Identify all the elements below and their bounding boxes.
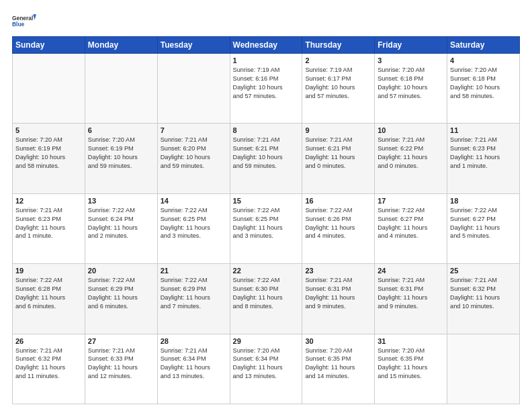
day-number: 3 [378,56,444,64]
day-info: Sunrise: 7:21 AMSunset: 6:32 PMDaylight:… [15,347,82,381]
day-number: 19 [15,267,82,275]
calendar-header-sunday: Sunday [13,37,85,54]
day-info: Sunrise: 7:22 AMSunset: 6:27 PMDaylight:… [378,206,444,241]
calendar-day-cell: 25Sunrise: 7:21 AMSunset: 6:32 PMDayligh… [447,264,520,334]
day-number: 9 [305,126,371,134]
day-number: 5 [15,126,82,134]
calendar-day-cell: 16Sunrise: 7:22 AMSunset: 6:26 PMDayligh… [302,193,375,263]
day-info: Sunrise: 7:20 AMSunset: 6:18 PMDaylight:… [450,66,517,101]
calendar-day-cell: 15Sunrise: 7:22 AMSunset: 6:25 PMDayligh… [230,193,302,263]
day-number: 11 [450,126,517,134]
calendar-day-cell: 3Sunrise: 7:20 AMSunset: 6:18 PMDaylight… [375,54,447,124]
calendar-header-thursday: Thursday [302,37,375,54]
day-info: Sunrise: 7:21 AMSunset: 6:20 PMDaylight:… [161,136,227,171]
day-info: Sunrise: 7:20 AMSunset: 6:35 PMDaylight:… [305,347,371,381]
day-number: 28 [161,337,227,345]
logo-svg: General Blue [12,9,36,34]
day-info: Sunrise: 7:22 AMSunset: 6:29 PMDaylight:… [88,276,154,311]
day-number: 22 [233,267,300,275]
svg-text:General: General [12,15,33,21]
calendar-day-cell: 22Sunrise: 7:22 AMSunset: 6:30 PMDayligh… [230,264,302,334]
calendar-day-cell [13,54,85,124]
day-info: Sunrise: 7:20 AMSunset: 6:19 PMDaylight:… [15,136,82,171]
calendar-day-cell: 9Sunrise: 7:21 AMSunset: 6:21 PMDaylight… [302,124,375,193]
day-number: 17 [378,197,444,205]
day-number: 20 [88,267,154,275]
day-number: 29 [233,337,300,345]
day-number: 24 [378,267,444,275]
day-number: 30 [305,337,371,345]
calendar-header-tuesday: Tuesday [157,37,230,54]
day-number: 27 [88,337,154,345]
day-info: Sunrise: 7:20 AMSunset: 6:35 PMDaylight:… [378,347,444,381]
calendar-day-cell: 29Sunrise: 7:20 AMSunset: 6:34 PMDayligh… [230,334,302,404]
day-number: 10 [378,126,444,134]
calendar-week-row: 12Sunrise: 7:21 AMSunset: 6:23 PMDayligh… [13,193,520,263]
day-info: Sunrise: 7:21 AMSunset: 6:32 PMDaylight:… [450,276,517,311]
logo: General Blue [12,9,36,34]
svg-marker-2 [33,14,36,19]
calendar-header-row: SundayMondayTuesdayWednesdayThursdayFrid… [13,37,520,54]
calendar-day-cell: 26Sunrise: 7:21 AMSunset: 6:32 PMDayligh… [13,334,85,404]
day-number: 12 [15,197,82,205]
calendar-week-row: 5Sunrise: 7:20 AMSunset: 6:19 PMDaylight… [13,124,520,193]
day-number: 23 [305,267,371,275]
day-info: Sunrise: 7:21 AMSunset: 6:34 PMDaylight:… [161,347,227,381]
header: General Blue [12,9,520,34]
day-info: Sunrise: 7:20 AMSunset: 6:18 PMDaylight:… [378,66,444,101]
calendar-day-cell [447,334,520,404]
calendar-day-cell: 13Sunrise: 7:22 AMSunset: 6:24 PMDayligh… [85,193,157,263]
day-info: Sunrise: 7:22 AMSunset: 6:24 PMDaylight:… [88,206,154,241]
calendar-day-cell: 14Sunrise: 7:22 AMSunset: 6:25 PMDayligh… [157,193,230,263]
calendar-day-cell: 30Sunrise: 7:20 AMSunset: 6:35 PMDayligh… [302,334,375,404]
calendar-week-row: 1Sunrise: 7:19 AMSunset: 6:16 PMDaylight… [13,54,520,124]
day-info: Sunrise: 7:21 AMSunset: 6:21 PMDaylight:… [305,136,371,171]
calendar-day-cell: 19Sunrise: 7:22 AMSunset: 6:28 PMDayligh… [13,264,85,334]
calendar-day-cell [85,54,157,124]
day-info: Sunrise: 7:21 AMSunset: 6:23 PMDaylight:… [15,206,82,241]
calendar-header-saturday: Saturday [447,37,520,54]
calendar-week-row: 19Sunrise: 7:22 AMSunset: 6:28 PMDayligh… [13,264,520,334]
calendar-day-cell: 28Sunrise: 7:21 AMSunset: 6:34 PMDayligh… [157,334,230,404]
calendar-day-cell: 17Sunrise: 7:22 AMSunset: 6:27 PMDayligh… [375,193,447,263]
day-info: Sunrise: 7:22 AMSunset: 6:27 PMDaylight:… [450,206,517,241]
day-number: 14 [161,197,227,205]
calendar-day-cell: 8Sunrise: 7:21 AMSunset: 6:21 PMDaylight… [230,124,302,193]
day-info: Sunrise: 7:19 AMSunset: 6:16 PMDaylight:… [233,66,300,101]
day-info: Sunrise: 7:20 AMSunset: 6:34 PMDaylight:… [233,347,300,381]
day-info: Sunrise: 7:22 AMSunset: 6:25 PMDaylight:… [233,206,300,241]
calendar-day-cell: 27Sunrise: 7:21 AMSunset: 6:33 PMDayligh… [85,334,157,404]
day-info: Sunrise: 7:21 AMSunset: 6:22 PMDaylight:… [378,136,444,171]
svg-text:Blue: Blue [12,21,25,28]
calendar-day-cell: 12Sunrise: 7:21 AMSunset: 6:23 PMDayligh… [13,193,85,263]
calendar-day-cell: 11Sunrise: 7:21 AMSunset: 6:23 PMDayligh… [447,124,520,193]
day-info: Sunrise: 7:21 AMSunset: 6:21 PMDaylight:… [233,136,300,171]
day-info: Sunrise: 7:22 AMSunset: 6:29 PMDaylight:… [161,276,227,311]
day-number: 7 [161,126,227,134]
calendar-day-cell: 23Sunrise: 7:21 AMSunset: 6:31 PMDayligh… [302,264,375,334]
calendar-day-cell: 7Sunrise: 7:21 AMSunset: 6:20 PMDaylight… [157,124,230,193]
day-number: 4 [450,56,517,64]
calendar-week-row: 26Sunrise: 7:21 AMSunset: 6:32 PMDayligh… [13,334,520,404]
day-info: Sunrise: 7:19 AMSunset: 6:17 PMDaylight:… [305,66,371,101]
calendar-day-cell: 4Sunrise: 7:20 AMSunset: 6:18 PMDaylight… [447,54,520,124]
day-info: Sunrise: 7:21 AMSunset: 6:33 PMDaylight:… [88,347,154,381]
day-info: Sunrise: 7:22 AMSunset: 6:28 PMDaylight:… [15,276,82,311]
day-number: 31 [378,337,444,345]
day-number: 15 [233,197,300,205]
day-info: Sunrise: 7:20 AMSunset: 6:19 PMDaylight:… [88,136,154,171]
day-number: 2 [305,56,371,64]
day-number: 16 [305,197,371,205]
day-number: 13 [88,197,154,205]
day-number: 25 [450,267,517,275]
day-info: Sunrise: 7:21 AMSunset: 6:23 PMDaylight:… [450,136,517,171]
day-number: 6 [88,126,154,134]
calendar-day-cell: 6Sunrise: 7:20 AMSunset: 6:19 PMDaylight… [85,124,157,193]
day-number: 8 [233,126,300,134]
calendar-day-cell: 31Sunrise: 7:20 AMSunset: 6:35 PMDayligh… [375,334,447,404]
page: General Blue SundayMondayTuesdayWednesda… [0,0,532,411]
calendar-day-cell: 5Sunrise: 7:20 AMSunset: 6:19 PMDaylight… [13,124,85,193]
day-number: 1 [233,56,300,64]
day-info: Sunrise: 7:21 AMSunset: 6:31 PMDaylight:… [305,276,371,311]
day-info: Sunrise: 7:22 AMSunset: 6:25 PMDaylight:… [161,206,227,241]
